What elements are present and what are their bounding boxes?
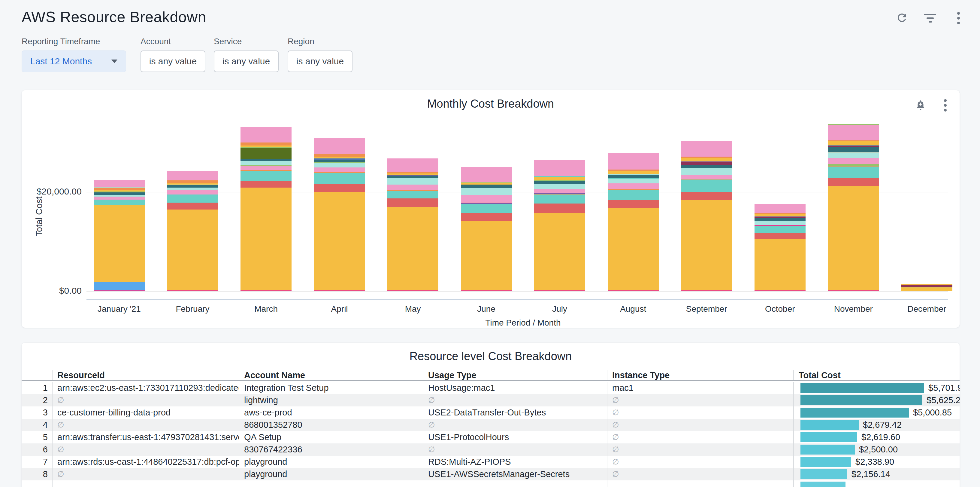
bar-segment[interactable] — [94, 180, 145, 187]
bar-segment[interactable] — [534, 291, 585, 291]
bar-segment[interactable] — [314, 291, 365, 291]
bar-segment[interactable] — [681, 192, 732, 200]
bar-segment[interactable] — [608, 153, 659, 169]
cell-account-name[interactable]: playground — [239, 456, 423, 468]
cell-account-name[interactable]: aws-ce-prod — [239, 406, 423, 419]
bar-segment[interactable] — [461, 188, 512, 195]
bar-segment[interactable] — [240, 159, 291, 161]
cell-instance-type[interactable] — [607, 481, 793, 487]
bar-segment[interactable] — [387, 198, 438, 207]
bar-segment[interactable] — [167, 180, 218, 183]
bar-segment[interactable] — [461, 167, 512, 182]
cell-instance-type[interactable]: ∅ — [607, 394, 793, 406]
cell-usage-type[interactable]: USE2-DataTransfer-Out-Bytes — [423, 406, 607, 419]
bar-segment[interactable] — [167, 291, 218, 291]
bar-segment[interactable] — [608, 184, 659, 189]
stacked-bar[interactable] — [754, 204, 805, 291]
bar-segment[interactable] — [828, 125, 879, 140]
bar-segment[interactable] — [828, 141, 879, 145]
cell-resource-id[interactable]: ∅ — [52, 394, 239, 406]
bar-segment[interactable] — [534, 160, 585, 176]
bar-segment[interactable] — [314, 184, 365, 192]
cell-resource-id[interactable]: arn:aws:transfer:us-east-1:479370281431:… — [52, 431, 239, 444]
cell-instance-type[interactable]: ∅ — [607, 406, 793, 419]
cell-account-name[interactable]: playground — [239, 468, 423, 481]
column-header-usage-type[interactable]: Usage Type — [423, 370, 607, 380]
bar-segment[interactable] — [387, 158, 438, 172]
cell-account-name[interactable]: Integration Test Setup — [239, 382, 423, 394]
bar-segment[interactable] — [754, 214, 805, 216]
bar-segment[interactable] — [461, 195, 512, 203]
account-filter-button[interactable]: is any value — [140, 51, 205, 72]
cell-instance-type[interactable]: ∅ — [607, 444, 793, 456]
cell-usage-type[interactable]: ∅ — [423, 444, 607, 456]
stacked-bar[interactable] — [534, 160, 585, 291]
bar-segment[interactable] — [167, 188, 218, 190]
cell-resource-id[interactable] — [52, 481, 239, 487]
stacked-bar[interactable] — [608, 153, 659, 291]
cell-usage-type[interactable]: RDS:Multi-AZ-PIOPS — [423, 456, 607, 468]
bar-segment[interactable] — [681, 162, 732, 164]
bar-segment[interactable] — [608, 200, 659, 208]
bar-segment[interactable] — [94, 282, 145, 290]
bar-segment[interactable] — [754, 221, 805, 225]
cell-account-name[interactable]: QA Setup — [239, 431, 423, 444]
bar-segment[interactable] — [387, 291, 438, 291]
bar-segment[interactable] — [167, 195, 218, 202]
bar-segment[interactable] — [534, 180, 585, 184]
bar-segment[interactable] — [534, 184, 585, 189]
region-filter-button[interactable]: is any value — [288, 51, 353, 72]
stacked-bar[interactable] — [461, 167, 512, 291]
bar-segment[interactable] — [314, 173, 365, 184]
bar-segment[interactable] — [387, 176, 438, 178]
cell-account-name[interactable]: 830767422336 — [239, 444, 423, 456]
bar-segment[interactable] — [828, 145, 879, 148]
bar-segment[interactable] — [901, 287, 952, 291]
bar-segment[interactable] — [608, 175, 659, 178]
bar-segment[interactable] — [461, 213, 512, 221]
cell-total-cost[interactable]: $5,000.85 — [793, 406, 959, 419]
cell-total-cost[interactable] — [793, 481, 959, 487]
cell-instance-type[interactable]: ∅ — [607, 431, 793, 444]
bar-segment[interactable] — [754, 233, 805, 239]
dashboard-more-button[interactable] — [951, 11, 966, 25]
reporting-timeframe-dropdown[interactable]: Last 12 Months — [22, 51, 126, 72]
cell-resource-id[interactable]: ce-customer-billing-data-prod — [52, 406, 239, 419]
bar-segment[interactable] — [681, 291, 732, 291]
bar-segment[interactable] — [240, 148, 291, 159]
column-header-account-name[interactable]: Account Name — [239, 370, 423, 380]
bar-segment[interactable] — [167, 171, 218, 180]
bar-segment[interactable] — [167, 185, 218, 188]
cell-usage-type[interactable]: USE1-ProtocolHours — [423, 431, 607, 444]
bar-segment[interactable] — [387, 185, 438, 190]
cell-total-cost[interactable]: $2,679.42 — [793, 419, 959, 431]
column-header-resource-id[interactable]: ResourceId — [52, 370, 239, 380]
bar-segment[interactable] — [608, 179, 659, 184]
service-filter-button[interactable]: is any value — [214, 51, 278, 72]
bar-segment[interactable] — [608, 208, 659, 291]
bar-segment[interactable] — [681, 158, 732, 161]
bar-segment[interactable] — [828, 152, 879, 158]
cell-resource-id[interactable]: ∅ — [52, 468, 239, 481]
cell-usage-type[interactable]: USE1-AWSSecretsManager-Secrets — [423, 468, 607, 481]
bar-segment[interactable] — [608, 291, 659, 291]
bar-segment[interactable] — [387, 178, 438, 185]
cell-instance-type[interactable]: ∅ — [607, 456, 793, 468]
cell-total-cost[interactable]: $5,625.22 — [793, 394, 959, 406]
stacked-bar[interactable] — [681, 141, 732, 291]
cell-account-name[interactable]: lightwing — [239, 394, 423, 406]
cell-instance-type[interactable]: ∅ — [607, 468, 793, 481]
bar-segment[interactable] — [240, 166, 291, 171]
stacked-bar[interactable] — [387, 158, 438, 291]
bar-segment[interactable] — [94, 291, 145, 291]
bar-segment[interactable] — [94, 205, 145, 282]
bar-segment[interactable] — [167, 190, 218, 195]
cell-resource-id[interactable]: arn:aws:ec2:us-east-1:733017110293:dedic… — [52, 382, 239, 394]
bar-segment[interactable] — [240, 171, 291, 182]
bar-segment[interactable] — [534, 203, 585, 213]
bar-segment[interactable] — [754, 239, 805, 291]
bar-segment[interactable] — [461, 204, 512, 213]
bar-segment[interactable] — [461, 185, 512, 188]
bar-segment[interactable] — [608, 171, 659, 174]
bar-segment[interactable] — [240, 291, 291, 291]
